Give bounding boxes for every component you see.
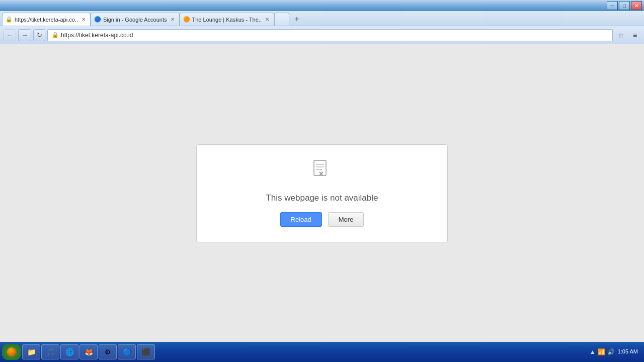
new-tab-button[interactable]: + bbox=[290, 13, 303, 26]
file-explorer-icon: 📁 bbox=[27, 347, 36, 356]
address-bar-container: ← → ↻ 🔒 https://tiket.kereta-api.co.id ☆… bbox=[0, 26, 644, 44]
window-titlebar: ─ □ ✕ bbox=[0, 0, 644, 11]
tab-2[interactable]: 🔵 Sign in - Google Accounts ✕ bbox=[91, 13, 180, 26]
terminal-icon: ⬛ bbox=[141, 347, 150, 356]
reload-nav-button[interactable]: ↻ bbox=[33, 29, 45, 41]
back-button[interactable]: ← bbox=[3, 29, 16, 41]
error-box: This webpage is not available Reload Mor… bbox=[196, 144, 448, 242]
tab-bar: 🔒 https://tiket.kereta-api.co.. ✕ 🔵 Sign… bbox=[0, 11, 644, 26]
tab-close-1[interactable]: ✕ bbox=[80, 16, 87, 23]
taskbar-item-settings[interactable]: ⚙ bbox=[99, 344, 117, 359]
svg-rect-0 bbox=[314, 160, 326, 175]
internet-explorer-icon: 🌐 bbox=[65, 347, 74, 356]
start-orb-icon bbox=[7, 347, 16, 356]
error-buttons: Reload More bbox=[280, 212, 364, 227]
systray-icons: ▲ 📶 🔊 bbox=[590, 348, 615, 355]
media-player-icon: 🎵 bbox=[46, 347, 55, 356]
tab-favicon-2: 🔵 bbox=[94, 16, 101, 23]
taskbar-item-ie[interactable]: 🌐 bbox=[60, 344, 78, 359]
systray: ▲ 📶 🔊 1:05 AM bbox=[586, 348, 642, 355]
close-button[interactable]: ✕ bbox=[631, 1, 642, 10]
systray-arrow-icon[interactable]: ▲ bbox=[590, 348, 596, 355]
chrome-menu-button[interactable]: ≡ bbox=[629, 29, 641, 41]
address-bar[interactable]: 🔒 https://tiket.kereta-api.co.id bbox=[47, 29, 613, 41]
taskbar-item-file-explorer[interactable]: 📁 bbox=[22, 344, 40, 359]
error-title: This webpage is not available bbox=[266, 193, 378, 203]
tab-favicon-1: 🔒 bbox=[6, 16, 13, 23]
tab-title-1: https://tiket.kereta-api.co.. bbox=[15, 17, 78, 23]
page-content: This webpage is not available Reload Mor… bbox=[0, 44, 644, 342]
start-button[interactable] bbox=[2, 344, 21, 360]
more-button[interactable]: More bbox=[328, 212, 364, 227]
tab-title-2: Sign in - Google Accounts bbox=[103, 17, 167, 23]
tab-title-3: The Lounge | Kaskus - The.. bbox=[192, 17, 262, 23]
bookmark-star-button[interactable]: ☆ bbox=[615, 29, 627, 41]
tab-3[interactable]: 🟠 The Lounge | Kaskus - The.. ✕ bbox=[180, 13, 274, 26]
taskbar: 📁 🎵 🌐 🦊 ⚙ 🔵 ⬛ ▲ 📶 🔊 1:05 AM bbox=[0, 342, 644, 362]
taskbar-item-chrome[interactable]: 🔵 bbox=[118, 344, 136, 359]
reload-button[interactable]: Reload bbox=[280, 212, 322, 227]
tab-close-2[interactable]: ✕ bbox=[169, 16, 176, 23]
chrome-icon: 🔵 bbox=[122, 347, 131, 356]
titlebar-controls[interactable]: ─ □ ✕ bbox=[607, 1, 642, 10]
taskbar-item-media[interactable]: 🎵 bbox=[41, 344, 59, 359]
taskbar-item-firefox[interactable]: 🦊 bbox=[79, 344, 98, 359]
tab-favicon-3: 🟠 bbox=[183, 16, 190, 23]
error-document-icon bbox=[313, 160, 331, 184]
systray-network-icon: 📶 bbox=[598, 348, 605, 355]
lock-icon: 🔒 bbox=[52, 32, 59, 38]
maximize-button[interactable]: □ bbox=[619, 1, 630, 10]
tab-1[interactable]: 🔒 https://tiket.kereta-api.co.. ✕ bbox=[2, 13, 91, 26]
forward-button[interactable]: → bbox=[18, 29, 31, 41]
taskbar-item-terminal[interactable]: ⬛ bbox=[137, 344, 155, 359]
tab-close-3[interactable]: ✕ bbox=[264, 16, 271, 23]
system-clock: 1:05 AM bbox=[618, 348, 638, 355]
url-text: https://tiket.kereta-api.co.id bbox=[61, 32, 133, 39]
firefox-icon: 🦊 bbox=[84, 347, 93, 356]
systray-volume-icon: 🔊 bbox=[607, 348, 615, 355]
tab-4[interactable] bbox=[274, 13, 289, 26]
settings-icon: ⚙ bbox=[103, 347, 112, 356]
minimize-button[interactable]: ─ bbox=[607, 1, 618, 10]
